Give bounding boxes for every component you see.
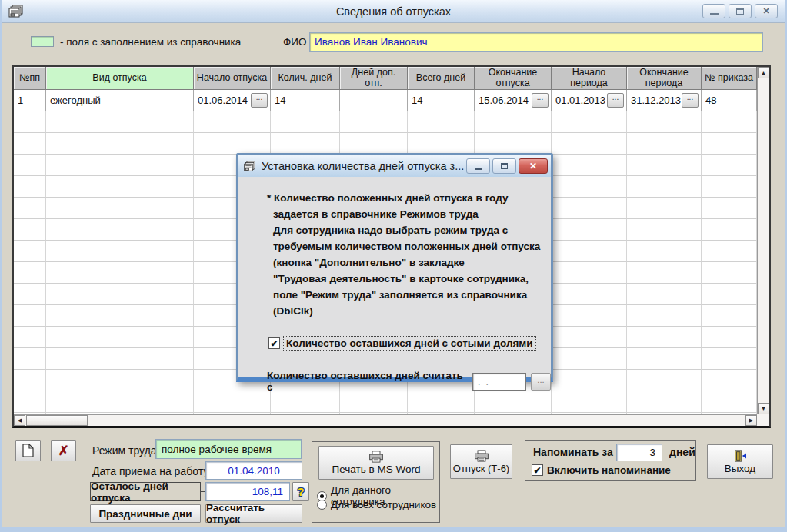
empty-cell bbox=[194, 111, 271, 133]
col-header-order-no[interactable]: № приказа bbox=[702, 67, 757, 90]
checkbox-checked-icon: ✔ bbox=[268, 337, 280, 349]
exit-label: Выход bbox=[725, 463, 755, 474]
count-from-picker-button[interactable]: ... bbox=[531, 373, 551, 391]
enable-reminder-checkbox[interactable]: ✔ Включить напоминание bbox=[532, 464, 671, 476]
empty-cell bbox=[552, 155, 627, 176]
empty-cell bbox=[46, 327, 194, 348]
period-end-picker-button[interactable]: ... bbox=[682, 93, 699, 108]
col-header-period-end[interactable]: Окончание периода bbox=[627, 67, 702, 90]
empty-cell bbox=[627, 262, 702, 284]
fio-field[interactable]: Иванов Иван Иванович bbox=[309, 32, 763, 52]
empty-cell bbox=[702, 284, 757, 305]
empty-cell bbox=[14, 284, 46, 305]
right-arrow-icon: ▶ bbox=[749, 417, 753, 424]
period-start-picker-button[interactable]: ... bbox=[607, 93, 624, 108]
col-header-npp[interactable]: №пп bbox=[14, 67, 46, 90]
question-icon: ? bbox=[297, 485, 304, 498]
cell-days[interactable]: 14 bbox=[271, 90, 340, 111]
empty-cell bbox=[14, 241, 46, 262]
scroll-down-button[interactable]: ▼ bbox=[758, 403, 769, 414]
work-mode-label: Режим труда bbox=[92, 444, 157, 457]
days-left-help-button[interactable]: ? bbox=[292, 482, 309, 501]
minimize-button[interactable] bbox=[702, 4, 725, 18]
empty-cell bbox=[627, 133, 702, 155]
empty-cell bbox=[408, 111, 475, 133]
cell-npp[interactable]: 1 bbox=[14, 90, 46, 111]
cell-order-no[interactable]: 48 bbox=[702, 90, 757, 111]
calculate-vacation-button[interactable]: Рассчитать отпуск bbox=[205, 504, 302, 523]
cell-end-value: 15.06.2014 bbox=[479, 95, 529, 106]
end-date-picker-button[interactable]: ... bbox=[532, 93, 549, 108]
col-header-vacation-type[interactable]: Вид отпуска bbox=[46, 67, 194, 90]
maximize-button[interactable] bbox=[729, 4, 752, 18]
days-left-field[interactable]: 108,11 bbox=[205, 482, 290, 501]
delete-icon: ✗ bbox=[58, 443, 68, 459]
empty-cell bbox=[14, 262, 46, 284]
empty-cell bbox=[552, 133, 627, 155]
empty-cell bbox=[408, 391, 475, 413]
cell-start[interactable]: 01.06.2014 ... bbox=[194, 90, 271, 111]
hundredths-checkbox[interactable]: ✔ Количество оставшихся дней с сотыми до… bbox=[268, 336, 551, 351]
table-row[interactable]: 1 ежегодный 01.06.2014 ... 14 14 15.06.2… bbox=[14, 90, 757, 111]
cell-period-start[interactable]: 01.01.2013 ... bbox=[552, 90, 627, 111]
horizontal-scrollbar[interactable]: ◀ ▶ bbox=[14, 414, 757, 426]
left-arrow-icon: ◀ bbox=[18, 417, 22, 424]
scroll-left-button[interactable]: ◀ bbox=[14, 415, 25, 426]
note-line: "Трудовая деятельность" в карточке сотру… bbox=[267, 271, 551, 287]
cell-vacation-type[interactable]: ежегодный bbox=[46, 90, 194, 111]
holidays-button[interactable]: Праздничные дни bbox=[90, 504, 201, 523]
col-header-days[interactable]: Колич. дней bbox=[271, 67, 340, 90]
empty-cell bbox=[627, 327, 702, 348]
dialog-close-button[interactable]: ✕ bbox=[519, 158, 548, 174]
empty-cell bbox=[46, 111, 194, 133]
empty-cell bbox=[627, 198, 702, 219]
window-icon bbox=[8, 4, 25, 19]
col-header-end[interactable]: Окончание отпуска bbox=[475, 67, 552, 90]
cell-period-end[interactable]: 31.12.2013 ... bbox=[627, 90, 702, 111]
close-button[interactable]: ✕ bbox=[755, 4, 778, 18]
print-word-button[interactable]: Печать в MS Word bbox=[318, 446, 434, 480]
hire-date-field[interactable]: 01.04.2010 bbox=[205, 461, 302, 480]
empty-cell bbox=[552, 305, 627, 327]
empty-cell bbox=[14, 198, 46, 219]
work-mode-field[interactable]: полное рабочее время bbox=[155, 439, 302, 459]
empty-cell bbox=[702, 305, 757, 327]
count-from-date-input[interactable]: . . bbox=[472, 373, 526, 391]
col-header-total-days[interactable]: Всего дней bbox=[408, 67, 475, 90]
empty-cell bbox=[46, 262, 194, 284]
up-arrow-icon: ▲ bbox=[761, 70, 766, 75]
dialog-maximize-button[interactable] bbox=[492, 158, 516, 174]
empty-cell bbox=[46, 241, 194, 262]
empty-cell bbox=[46, 176, 194, 198]
vacation-t6-button[interactable]: Отпуск (Т-6) bbox=[450, 444, 512, 479]
delete-record-button[interactable]: ✗ bbox=[51, 440, 76, 461]
close-icon: ✕ bbox=[762, 6, 769, 16]
remind-days-input[interactable]: 3 bbox=[616, 444, 662, 461]
reference-field-swatch bbox=[31, 36, 54, 47]
col-header-extra-days[interactable]: Дней доп. отп. bbox=[340, 67, 408, 90]
cell-period-start-value: 01.01.2013 bbox=[555, 95, 605, 106]
new-record-button[interactable] bbox=[15, 440, 41, 461]
table-empty-row bbox=[14, 111, 757, 133]
vertical-scrollbar[interactable]: ▲ ▼ bbox=[757, 67, 769, 414]
radio-all-employees[interactable]: Для всех сотрудников bbox=[317, 499, 436, 510]
dialog-minimize-button[interactable] bbox=[466, 158, 490, 174]
days-left-label: Осталось дней отпуска bbox=[90, 482, 201, 501]
empty-cell bbox=[46, 155, 194, 176]
scroll-up-button[interactable]: ▲ bbox=[758, 67, 769, 78]
start-date-picker-button[interactable]: ... bbox=[251, 93, 268, 108]
cell-total-days[interactable]: 14 bbox=[408, 90, 475, 111]
empty-cell bbox=[14, 348, 46, 370]
radio-all-employees-label: Для всех сотрудников bbox=[331, 499, 436, 510]
empty-cell bbox=[552, 219, 627, 241]
cell-end[interactable]: 15.06.2014 ... bbox=[475, 90, 552, 111]
empty-cell bbox=[552, 198, 627, 219]
exit-button[interactable]: Выход bbox=[707, 444, 773, 479]
col-header-start[interactable]: Начало отпуска bbox=[194, 67, 271, 90]
col-header-period-start[interactable]: Начало периода bbox=[552, 67, 627, 90]
empty-cell bbox=[702, 348, 757, 370]
horizontal-scroll-thumb[interactable] bbox=[26, 415, 88, 426]
cell-extra-days[interactable] bbox=[340, 90, 408, 111]
dialog-title: Установка количества дней отпуска з... bbox=[262, 160, 466, 172]
scroll-right-button[interactable]: ▶ bbox=[745, 415, 757, 426]
